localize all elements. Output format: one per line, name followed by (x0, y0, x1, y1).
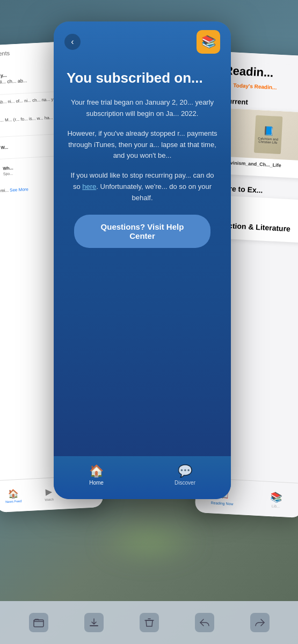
help-center-button[interactable]: Questions? Visit Help Center (74, 215, 210, 248)
stop-text: If you would like to stop recurring pay.… (67, 170, 218, 203)
subscription-title: You subscribed on... (54, 59, 231, 92)
user-info: Ky... Hi... ch... ab... (0, 71, 27, 85)
reply-icon[interactable] (195, 613, 214, 632)
library-icon: 📚 (270, 491, 282, 503)
genre-title: Fiction & Literature (221, 221, 290, 233)
user-info-2: W... (1, 144, 8, 151)
forward-icon[interactable] (250, 613, 270, 632)
nav-news-feed[interactable]: 🏠 News Feed (0, 488, 32, 504)
here-link[interactable]: here (82, 182, 96, 191)
see-more-link[interactable]: See More (10, 187, 28, 193)
trash-icon[interactable] (140, 613, 159, 632)
card-center-scribd: ‹ 📚 You subscribed on... Your free trial… (54, 21, 231, 499)
home-nav-icon: 🏠 (89, 464, 104, 478)
folder-icon[interactable] (29, 613, 48, 632)
itunes-text: However, if you've already stopped r... … (67, 128, 218, 162)
nav-home[interactable]: 🏠 Home (89, 464, 104, 486)
download-icon[interactable] (84, 613, 104, 632)
device-bottom-bar (0, 601, 298, 644)
trial-text: Your free trial began on January 2, 20..… (67, 97, 218, 120)
background-blob (96, 521, 203, 564)
chevron-left-icon: ‹ (71, 37, 74, 47)
book-cover-art: 📘 Calvinism and Christian Life (254, 115, 283, 155)
center-bottom-nav: 🏠 Home 💬 Discover (54, 456, 231, 499)
back-button[interactable]: ‹ (64, 34, 81, 50)
watch-icon: ▶ (46, 487, 53, 497)
book-icon: 📚 (201, 35, 216, 49)
nav-discover[interactable]: 💬 Discover (175, 464, 195, 486)
home-icon: 🏠 (8, 488, 19, 499)
center-header: ‹ 📚 (54, 21, 231, 59)
svg-rect-9 (34, 620, 43, 627)
svg-rect-10 (90, 625, 98, 626)
nav-library[interactable]: 📚 Lib... (249, 489, 298, 509)
ad-text: Wh... Spo... (3, 166, 13, 177)
publisher-logo: 📘 (263, 126, 274, 136)
scribd-app-icon: 📚 (197, 30, 220, 54)
cover-text: Calvinism and Christian Life (257, 136, 280, 144)
discover-nav-icon: 💬 (178, 464, 192, 478)
subscription-body: Your free trial began on January 2, 20..… (54, 92, 231, 253)
